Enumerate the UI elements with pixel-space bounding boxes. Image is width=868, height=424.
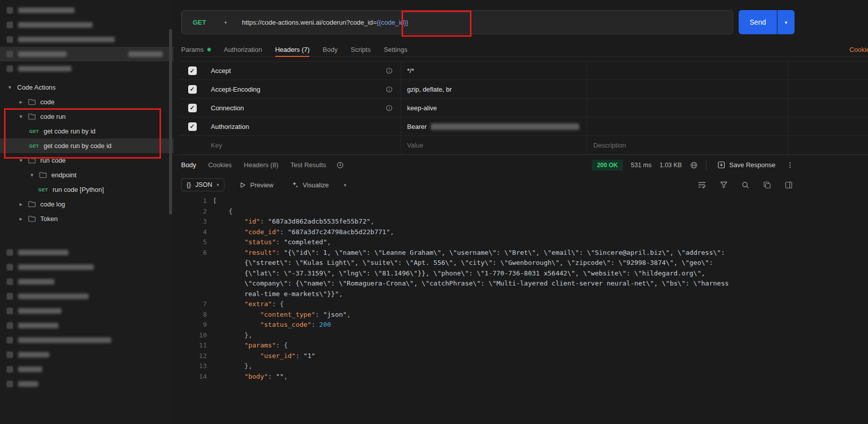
chevron-down-icon[interactable]: ▾ [7, 84, 13, 91]
header-key[interactable]: Accept [211, 67, 231, 75]
tab-headers-7[interactable]: Headers (7) [275, 42, 310, 56]
line-number: 13 [174, 361, 207, 372]
header-description[interactable] [587, 80, 788, 98]
header-enabled-checkbox[interactable]: ✓ [188, 122, 197, 131]
line-number: 8 [174, 310, 207, 320]
sidebar-collection-code-actions[interactable]: ▾Code Actions [0, 80, 174, 95]
visualize-button[interactable]: Visualize [288, 181, 332, 189]
sidebar-folder-code-run[interactable]: ▾code run [0, 109, 174, 124]
code-line: 12"user_id": "1" [174, 351, 868, 362]
sidebar-item-redacted[interactable] [0, 260, 174, 274]
sidebar-item-redacted[interactable] [0, 3, 174, 18]
chevron-down-icon[interactable]: ▾ [18, 157, 24, 164]
sidebar-item-label: code log [40, 200, 65, 208]
line-content: "user_id": "1" [213, 351, 315, 362]
filter-icon[interactable] [720, 181, 728, 188]
sidebar-request-get-code-run-by-id[interactable]: GETget code run by id [0, 124, 174, 138]
description-placeholder[interactable]: Description [593, 142, 626, 149]
tab-authorization[interactable]: Authorization [224, 42, 262, 56]
header-key[interactable]: Authorization [211, 123, 249, 130]
method-select[interactable]: GET ▾ [182, 19, 234, 26]
header-description[interactable] [587, 62, 788, 80]
header-value[interactable]: gzip, deflate, br [407, 86, 452, 93]
cookies-link[interactable]: Cookies [849, 46, 868, 53]
redacted-text [18, 352, 49, 358]
format-select[interactable]: {} JSON ▾ [181, 178, 224, 191]
response-tab-headers-8[interactable]: Headers (8) [244, 161, 279, 169]
line-content: { [213, 206, 232, 217]
line-number: 1 [174, 196, 207, 206]
sidebar-folder-endpoint[interactable]: ▾endpoint [0, 168, 174, 182]
send-button[interactable]: Send [739, 10, 777, 34]
value-placeholder[interactable]: Value [407, 142, 423, 149]
key-placeholder[interactable]: Key [211, 142, 222, 149]
params-indicator-dot [207, 48, 211, 51]
headers-table: ✓Accept*/*✓Accept-Encodinggzip, deflate,… [180, 61, 868, 155]
header-key[interactable]: Connection [211, 104, 244, 112]
collection-icon [7, 36, 13, 43]
sidebar-item-redacted[interactable] [0, 289, 174, 304]
copy-icon[interactable] [763, 181, 771, 189]
wrap-text-icon[interactable] [698, 181, 706, 188]
sidebar-item-redacted[interactable] [0, 274, 174, 289]
sidebar-item-redacted[interactable] [0, 32, 174, 47]
tab-params[interactable]: Params [181, 42, 211, 56]
response-tab-body[interactable]: Body [181, 161, 196, 169]
sidebar-folder-run-code[interactable]: ▾run code [0, 153, 174, 168]
header-value[interactable]: keep-alive [407, 104, 437, 112]
sidebar-item-redacted[interactable] [0, 333, 174, 347]
sidebar-request-get-code-run-by-code-id[interactable]: GETget code run by code id [0, 138, 174, 153]
url-input[interactable]: https://code-actions.weni.ai/coderun?cod… [242, 19, 409, 26]
sidebar-item-redacted[interactable] [0, 18, 174, 32]
header-value[interactable]: */* [407, 67, 414, 75]
tab-label: Headers (7) [275, 46, 310, 53]
network-icon[interactable] [690, 161, 698, 169]
response-tab-test-results[interactable]: Test Results [290, 161, 326, 169]
header-value[interactable]: Bearer [407, 123, 427, 130]
sidebar-folder-code[interactable]: ▸code [0, 95, 174, 109]
chevron-right-icon[interactable]: ▸ [18, 99, 24, 105]
line-content: "content_type": "json", [213, 310, 351, 320]
sidebar-item-redacted[interactable] [0, 304, 174, 318]
line-number: 10 [174, 330, 207, 341]
sidebar-folder-token[interactable]: ▸Token [0, 211, 174, 226]
header-enabled-checkbox[interactable]: ✓ [188, 104, 197, 112]
save-icon [718, 161, 725, 169]
chevron-down-icon[interactable]: ▾ [29, 172, 35, 178]
header-enabled-checkbox[interactable]: ✓ [188, 66, 197, 75]
sidebar-item-redacted[interactable] [0, 377, 174, 391]
sidebar-scrollbar[interactable] [169, 29, 172, 215]
sidebar-collections-top [0, 0, 174, 76]
tab-body[interactable]: Body [323, 42, 338, 56]
save-response-button[interactable]: Save Response [715, 161, 778, 169]
collection-icon [7, 293, 13, 300]
sidebar-item-redacted[interactable] [0, 362, 174, 377]
tab-scripts[interactable]: Scripts [351, 42, 371, 56]
sidebar-request-run-code-python[interactable]: GETrun code [Python] [0, 182, 174, 197]
sidebar-item-redacted[interactable] [0, 61, 174, 76]
header-enabled-checkbox[interactable]: ✓ [188, 85, 197, 94]
header-description[interactable] [587, 99, 788, 117]
search-icon[interactable] [742, 181, 749, 189]
response-tab-cookies[interactable]: Cookies [208, 161, 232, 169]
play-icon [240, 182, 246, 188]
code-line: 14"body": "", [174, 372, 868, 382]
sidebar-item-redacted[interactable] [0, 347, 174, 362]
send-options-button[interactable]: ▾ [777, 10, 795, 34]
header-description[interactable] [587, 117, 788, 135]
header-key[interactable]: Accept-Encoding [211, 86, 260, 93]
panel-icon[interactable] [785, 181, 793, 189]
chevron-down-icon[interactable]: ▾ [344, 182, 346, 188]
line-number: 14 [174, 372, 207, 382]
more-options-icon[interactable] [786, 162, 794, 169]
history-icon[interactable] [336, 161, 344, 169]
chevron-right-icon[interactable]: ▸ [18, 201, 24, 207]
chevron-right-icon[interactable]: ▸ [18, 216, 24, 222]
chevron-down-icon[interactable]: ▾ [18, 113, 24, 120]
sidebar-item-redacted[interactable] [0, 245, 174, 260]
sidebar-item-redacted[interactable] [0, 318, 174, 333]
preview-button[interactable]: Preview [236, 181, 276, 189]
tab-settings[interactable]: Settings [384, 42, 408, 56]
sidebar-item-redacted[interactable] [0, 47, 174, 61]
sidebar-folder-code-log[interactable]: ▸code log [0, 197, 174, 211]
